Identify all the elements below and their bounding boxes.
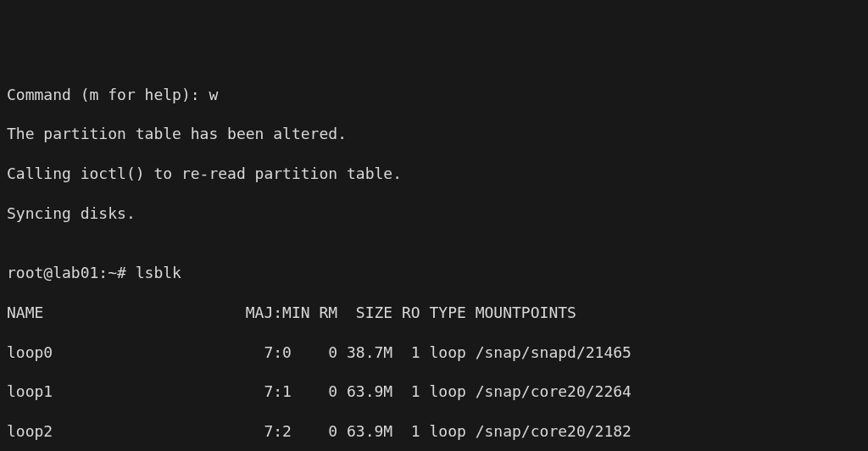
lsblk-row: loop1 7:1 0 63.9M 1 loop /snap/core20/22… — [7, 381, 861, 401]
lsblk-row: loop0 7:0 0 38.7M 1 loop /snap/snapd/214… — [7, 342, 861, 362]
shell-prompt-line[interactable]: root@lab01:~# lsblk — [7, 263, 861, 282]
lsblk-row: loop2 7:2 0 63.9M 1 loop /snap/core20/21… — [7, 421, 861, 441]
fdisk-syncing: Syncing disks. — [7, 203, 861, 223]
fdisk-prompt: Command (m for help): w — [7, 85, 861, 104]
fdisk-altered: The partition table has been altered. — [7, 124, 861, 143]
fdisk-ioctl: Calling ioctl() to re-read partition tab… — [7, 164, 861, 183]
lsblk-header: NAME MAJ:MIN RM SIZE RO TYPE MOUNTPOINTS — [7, 303, 861, 322]
